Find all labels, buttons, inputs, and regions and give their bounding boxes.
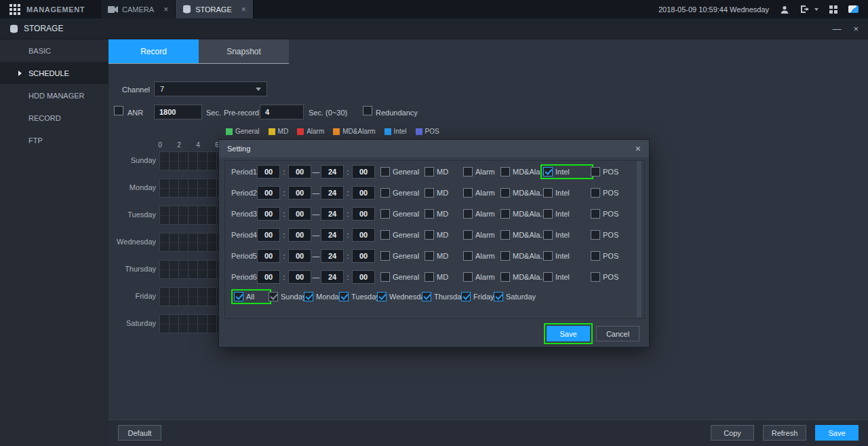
start-minute-input[interactable] xyxy=(288,270,311,284)
start-hour-input[interactable] xyxy=(257,207,280,221)
start-minute-input[interactable] xyxy=(288,228,311,242)
sidebar-item-ftp[interactable]: FTP xyxy=(0,129,108,151)
alarm-checkbox[interactable] xyxy=(463,251,473,261)
end-hour-input[interactable] xyxy=(321,228,344,242)
sidebar-item-hdd-manager[interactable]: HDD MANAGER xyxy=(0,84,108,107)
pos-checkbox[interactable] xyxy=(591,167,600,176)
pos-checkbox[interactable] xyxy=(591,230,600,240)
general-checkbox[interactable] xyxy=(380,251,390,261)
period-row: Period2:—:GeneralMDAlarmMD&Ala...IntelPO… xyxy=(231,185,649,200)
all-checkbox[interactable] xyxy=(234,292,243,301)
apps-grid-icon[interactable] xyxy=(9,4,20,15)
start-minute-input[interactable] xyxy=(288,207,311,221)
close-camera-tab-icon[interactable]: × xyxy=(163,5,168,14)
dialog-close-icon[interactable]: × xyxy=(635,143,641,154)
save-button[interactable]: Save xyxy=(815,425,859,441)
grid-icon[interactable] xyxy=(829,5,837,14)
friday-checkbox[interactable] xyxy=(461,292,471,301)
tuesday-checkbox[interactable] xyxy=(339,292,349,301)
intel-checkbox[interactable] xyxy=(543,167,553,176)
refresh-button[interactable]: Refresh xyxy=(763,425,806,441)
tab-storage[interactable]: STORAGE × xyxy=(176,0,254,18)
md-ala--checkbox[interactable] xyxy=(500,188,510,198)
start-hour-input[interactable] xyxy=(257,186,280,200)
general-checkbox[interactable] xyxy=(380,272,390,282)
intel-checkbox[interactable] xyxy=(543,209,553,219)
end-hour-input[interactable] xyxy=(321,165,344,179)
chevron-down-icon[interactable] xyxy=(814,8,818,11)
start-minute-input[interactable] xyxy=(288,249,311,263)
alarm-checkbox[interactable] xyxy=(463,272,473,282)
md-checkbox[interactable] xyxy=(425,230,434,240)
check-label: MD xyxy=(437,168,448,176)
alarm-checkbox[interactable] xyxy=(463,209,473,219)
close-storage-tab-icon[interactable]: × xyxy=(241,5,246,14)
start-hour-input[interactable] xyxy=(257,165,280,179)
dialog-cancel-button[interactable]: Cancel xyxy=(596,326,639,341)
md-ala--checkbox[interactable] xyxy=(500,251,510,261)
md-ala--checkbox[interactable] xyxy=(500,272,510,282)
default-button[interactable]: Default xyxy=(118,425,161,441)
check-label: General xyxy=(393,231,419,239)
saturday-checkbox[interactable] xyxy=(494,292,503,301)
md-checkbox[interactable] xyxy=(425,251,434,261)
intel-checkbox[interactable] xyxy=(543,251,553,261)
md-ala--checkbox[interactable] xyxy=(500,209,510,219)
alarm-checkbox[interactable] xyxy=(463,230,473,240)
general-checkbox[interactable] xyxy=(380,230,390,240)
wednesday-checkbox[interactable] xyxy=(377,292,387,301)
display-icon[interactable] xyxy=(848,5,859,13)
general-checkbox[interactable] xyxy=(380,209,390,219)
general-checkbox[interactable] xyxy=(380,167,390,176)
alarm-checkbox[interactable] xyxy=(463,188,473,198)
intel-checkbox[interactable] xyxy=(543,272,553,282)
end-hour-input[interactable] xyxy=(321,207,344,221)
sidebar-item-record[interactable]: RECORD xyxy=(0,107,108,129)
tab-camera[interactable]: CAMERA × xyxy=(101,0,176,18)
pos-checkbox[interactable] xyxy=(591,272,600,282)
sidebar-item-basic[interactable]: BASIC xyxy=(0,39,108,62)
logout-icon[interactable] xyxy=(800,5,810,14)
md-ala--checkbox[interactable] xyxy=(500,167,510,176)
end-hour-input[interactable] xyxy=(321,249,344,263)
sunday-checkbox[interactable] xyxy=(269,292,278,301)
close-icon[interactable]: × xyxy=(853,24,859,34)
start-minute-input[interactable] xyxy=(288,165,311,179)
end-minute-input[interactable] xyxy=(352,207,375,221)
end-minute-input[interactable] xyxy=(352,165,375,179)
end-minute-input[interactable] xyxy=(352,186,375,200)
user-icon[interactable] xyxy=(780,5,789,14)
md-checkbox[interactable] xyxy=(425,209,434,219)
start-hour-input[interactable] xyxy=(257,249,280,263)
minimize-icon[interactable]: — xyxy=(832,24,841,34)
md-checkbox[interactable] xyxy=(425,167,434,176)
dialog-save-button[interactable]: Save xyxy=(547,326,590,341)
storage-icon xyxy=(182,5,191,14)
md-checkbox[interactable] xyxy=(425,188,434,198)
intel-checkbox[interactable] xyxy=(543,188,553,198)
day-check-label: Tuesday xyxy=(351,293,380,301)
pos-checkbox[interactable] xyxy=(591,251,600,261)
end-minute-input[interactable] xyxy=(352,228,375,242)
monday-checkbox[interactable] xyxy=(304,292,313,301)
pos-checkbox[interactable] xyxy=(591,188,600,198)
end-minute-input[interactable] xyxy=(352,270,375,284)
pos-checkbox[interactable] xyxy=(591,209,600,219)
copy-button[interactable]: Copy xyxy=(711,425,754,441)
start-hour-input[interactable] xyxy=(257,228,280,242)
end-hour-input[interactable] xyxy=(321,270,344,284)
alarm-checkbox[interactable] xyxy=(463,167,473,176)
check-group-md: MD xyxy=(425,188,463,198)
start-minute-input[interactable] xyxy=(288,186,311,200)
sidebar-item-schedule[interactable]: SCHEDULE xyxy=(0,62,108,84)
end-hour-input[interactable] xyxy=(321,186,344,200)
start-hour-input[interactable] xyxy=(257,270,280,284)
general-checkbox[interactable] xyxy=(380,188,390,198)
end-minute-input[interactable] xyxy=(352,249,375,263)
intel-checkbox[interactable] xyxy=(543,230,553,240)
thursday-checkbox[interactable] xyxy=(422,292,431,301)
check-group-alarm: Alarm xyxy=(463,188,500,198)
day-check-label: Friday xyxy=(473,293,494,301)
md-checkbox[interactable] xyxy=(425,272,434,282)
md-ala--checkbox[interactable] xyxy=(500,230,510,240)
